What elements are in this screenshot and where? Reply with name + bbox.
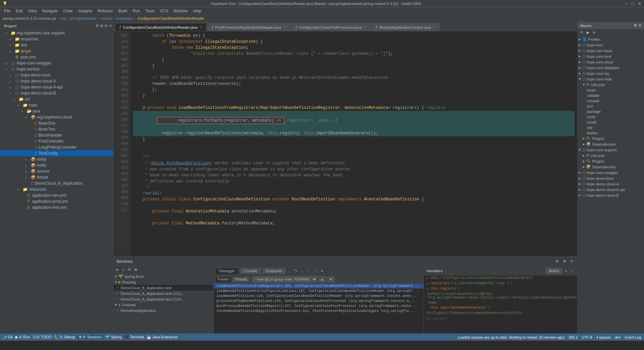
menu-run[interactable]: Run [130,8,143,14]
path-annotation[interactable]: annotation [116,16,133,20]
tab-abstract-context[interactable]: J AbstractApplicationContext.java ✕ [371,23,440,31]
down-frame-btn[interactable]: ▼ [327,277,335,282]
maven-test[interactable]: test [578,104,644,109]
var-item[interactable]: ▸ this.importBeanNameGenerator = {FullyQ… [424,305,577,316]
services-instance-boot[interactable]: ✓ DemoBootApplication [114,308,213,313]
tree-item[interactable]: ▸ 📦 entity [0,156,113,162]
maven-item-core-support[interactable]: ▾ ◻ hope-core-support [578,147,644,153]
services-instance-1[interactable]: ✓ DemoCloud_B_Application-test [114,285,213,291]
maven-clean[interactable]: clean [578,88,644,93]
todo-icon[interactable]: ☑ 6: TODO [33,335,52,339]
services-instance-3[interactable]: ✓ DemoCloud_A_Application-test-1114... [114,296,213,302]
path-context[interactable]: context [101,16,112,20]
tree-item[interactable]: 🗎 application-dev.yml [0,192,113,198]
branch-name[interactable]: dev [615,335,621,339]
path-class[interactable]: ConfigurationClassBeanDefinitionReader [137,16,204,20]
run-btn[interactable]: ▶ [115,267,120,273]
enterprise-icon[interactable]: ☕ Java Enterprise [147,335,178,339]
maven-item-core-boot[interactable]: ▸ ◻ hope-core-boot [578,53,644,59]
tab-debugger[interactable]: Debugger [215,268,238,274]
maven-item-bom[interactable]: ▸ ◻ hope-bom [578,42,644,48]
tab-close[interactable]: ✕ [199,25,202,29]
maximize-btn[interactable]: □ [632,1,634,6]
tree-item[interactable]: ▸ 📦 notify [0,162,113,168]
tab-configuration-reader[interactable]: J ConfigurationClassBeanDefinitionReader… [115,23,206,31]
maven-site[interactable]: site [578,125,644,130]
git-icon[interactable]: ⎇ Git [3,335,13,339]
var-item[interactable]: ▸ registrars = {LinkedHashMap@6705} size… [424,281,577,286]
menu-analyze[interactable]: Analyze [75,8,95,14]
step-into-btn[interactable]: ↓ [300,268,305,274]
run-icon[interactable]: ▶ 4: Run [15,335,30,339]
services-close-btn[interactable]: ✕ [569,258,575,264]
services-icon[interactable]: ⚙ 8: Services [77,335,103,339]
tree-item[interactable]: 🗎 application-test.yml [0,204,113,210]
maven-lifecycle[interactable]: ▾ ⟳ Lifecycle [578,82,644,88]
maven-item-demo-cloud-b[interactable]: ▸ ◻ hope-demo-cloud-B [578,192,644,198]
maven-plugins[interactable]: ▸ 🔌 Plugins [578,136,644,141]
maven-item-demo-cloud-a[interactable]: ▸ ◻ hope-demo-cloud-A [578,181,644,187]
maven-support-lifecycle[interactable]: ▸ ⟳ Lifecycle [578,153,644,158]
tree-item[interactable]: ▾ 📁 target [0,48,113,54]
maven-settings-icon[interactable]: ⚙ [634,23,637,28]
menu-build[interactable]: Build [116,8,130,14]
tab-close[interactable]: ✕ [283,25,286,29]
close-btn[interactable]: ✕ [638,1,641,6]
tree-item[interactable]: ▾ 📁 org.hopehomi.core.support [0,30,113,36]
var-item[interactable]: ▸ this = {ConfigurationClassBeanDefiniti… [424,276,577,281]
code-content[interactable]: catch (Throwable ex) { if (ex instanceof… [130,31,577,256]
tree-item[interactable]: C TestConfig [0,150,113,156]
tab-close[interactable]: ✕ [363,25,366,29]
tree-item[interactable]: ▾ 📁 main [0,102,113,108]
window-controls[interactable]: ─ □ ✕ [625,1,641,6]
menu-window[interactable]: Window [171,8,190,14]
tree-item[interactable]: ▸ ◻ hope-demo-cloud-A [0,78,113,84]
maven-item-core-base[interactable]: ▸ ◻ hope-core-base [578,48,644,53]
frames-tab[interactable]: Frames [215,277,231,282]
tree-item[interactable]: ▾ 📦 org.hopehomi.cloud [0,114,113,120]
frame-item[interactable]: loadBeanDefinitionsForConfigurationClass… [214,289,424,294]
frame-item[interactable]: processConfigBeanDefinitions:343, Config… [214,299,424,304]
tab-close[interactable]: ✕ [433,25,436,29]
event-log[interactable]: Event Log [625,335,641,339]
remove-watch-btn[interactable]: − [570,268,575,274]
maven-item-swagger[interactable]: ▸ ◻ hope-core-swagger [578,170,644,175]
evaluate-btn[interactable]: ≡ [320,268,324,274]
tree-item[interactable]: ▸ ◻ hope-core-swagger [0,60,113,66]
debug-icon[interactable]: 🐛 5: Debug [54,335,75,339]
group-btn[interactable]: ⊞ [133,267,139,273]
maven-deploy[interactable]: deploy [578,130,644,136]
expand-icon[interactable]: ▸ [427,276,429,280]
add-watch-btn[interactable]: + [564,268,568,274]
maven-refresh-btn[interactable]: ⟳ [579,30,585,35]
maven-compile[interactable]: compile [578,98,644,104]
maven-support-dependencies[interactable]: ▸ 📦 Dependencies [578,164,644,170]
tree-item[interactable]: ▾ ◻ hope-demo-cloud-B [0,90,113,96]
encoding[interactable]: UTF-8 [582,335,592,339]
services-finished[interactable]: ▾ ■ Finished [114,302,213,308]
cursor-position[interactable]: 395:1 [569,335,578,339]
tree-item[interactable]: ▸ 📦 service [0,168,113,174]
tab-postprocessor[interactable]: J PostProcessorRegistrationDelegate.java… [207,23,290,31]
collapse-icon[interactable]: ⊟ [105,24,108,28]
tree-item[interactable]: C BlockHandler [0,132,113,138]
frame-item[interactable]: loadBeanDefinitionsFromRegistrars:395, C… [214,284,424,289]
maven-support-plugins[interactable]: ▸ 🔌 Plugins [578,158,644,164]
tree-item[interactable]: 🗎 pom.xml [0,54,113,60]
maven-skip-btn[interactable]: ⊘ [591,30,597,35]
menu-help[interactable]: Help [190,8,204,14]
maven-validate[interactable]: validate [578,93,644,98]
services-spring-boot[interactable]: ▾ 🌱 Spring Boot [114,274,213,279]
tree-item[interactable]: 🗎 application-prod.yml [0,198,113,204]
expand-icon[interactable]: ▸ [427,287,429,291]
step-over-btn[interactable]: ↷ [292,268,299,274]
menu-vcs[interactable]: VCS [157,8,171,14]
step-out-btn[interactable]: ↑ [306,268,311,274]
menu-tools[interactable]: Tools [143,8,157,14]
tree-item[interactable]: ▸ ◻ hope-demo-cloud-A-api [0,84,113,90]
frame-item[interactable]: invokeBeanDefinitionRegistryPostProcesso… [214,309,424,314]
project-tab[interactable]: Project [1,23,19,29]
path-org[interactable]: org [60,16,65,20]
tree-item[interactable]: ▾ 📁 resources [0,186,113,192]
maven-verify[interactable]: verify [578,114,644,120]
